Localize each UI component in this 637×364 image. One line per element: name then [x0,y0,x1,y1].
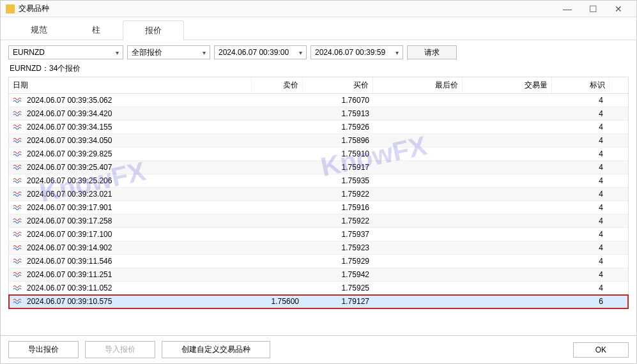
cell-buy: 1.76070 [303,94,373,107]
cell-buy: 1.75937 [303,228,373,241]
cell-sell [252,219,303,223]
table-row[interactable]: 2024.06.07 00:39:23.0211.759224 [9,188,628,201]
export-quotes-button[interactable]: 导出报价 [8,341,79,358]
cell-buy: 1.75923 [303,241,373,254]
table-row[interactable]: 2024.06.07 00:39:11.5461.759294 [9,255,628,268]
cell-vol [463,232,552,236]
cell-flag: 4 [552,201,610,214]
datetime-from[interactable]: 2024.06.07 00:39:00 ▾ [214,45,307,59]
cell-date: 2024.06.07 00:39:14.902 [27,243,112,252]
table-row[interactable]: 2024.06.07 00:39:17.2581.759224 [9,215,628,228]
table-row[interactable]: 2024.06.07 00:39:35.0621.760704 [9,94,628,107]
table-row[interactable]: 2024.06.07 00:39:25.2061.759354 [9,174,628,188]
result-subtitle: EURNZD：34个报价 [10,63,627,74]
wave-icon [13,217,23,225]
cell-date: 2024.06.07 00:39:25.407 [27,163,112,172]
table-row[interactable]: 2024.06.07 00:39:29.8251.759104 [9,148,628,161]
cell-buy: 1.75935 [303,174,373,187]
quote-type-value: 全部报价 [132,47,162,58]
col-buy[interactable]: 买价 [303,77,373,93]
cell-date: 2024.06.07 00:39:23.021 [27,190,112,199]
cell-vol [463,98,552,102]
table-row[interactable]: 2024.06.07 00:39:34.4201.759134 [9,107,628,121]
col-last[interactable]: 最后价 [373,77,463,93]
cell-last [373,98,463,102]
ok-button[interactable]: OK [573,342,629,358]
footer-bar: 导出报价 导入报价 创建自定义交易品种 OK [1,335,636,363]
cell-vol [463,179,552,183]
cell-last [373,206,463,209]
cell-date: 2024.06.07 00:39:10.575 [27,297,112,306]
cell-sell [252,192,303,196]
cell-buy: 1.75917 [303,161,373,174]
cell-flag: 4 [552,215,610,227]
cell-sell [252,246,303,250]
cell-date: 2024.06.07 00:39:17.258 [27,216,112,225]
wave-icon [13,110,23,118]
cell-date: 2024.06.07 00:39:25.206 [27,176,112,185]
cell-last [373,152,463,156]
cell-flag: 4 [552,148,610,160]
cell-vol [463,273,552,277]
cell-sell [252,112,303,116]
tab-bar-tab[interactable]: 柱 [70,20,123,40]
cell-vol [463,219,552,223]
cell-flag: 4 [552,228,610,241]
cell-date: 2024.06.07 00:39:34.050 [27,136,112,145]
col-sell[interactable]: 卖价 [252,77,303,93]
close-button[interactable]: ✕ [606,4,631,14]
cell-date: 2024.06.07 00:39:17.901 [27,203,112,212]
quote-type-select[interactable]: 全部报价 ▾ [127,45,210,59]
cell-vol [463,286,552,290]
cell-last [373,219,463,223]
wave-icon [13,244,23,252]
datetime-to[interactable]: 2024.06.07 00:39:59 ▾ [311,45,403,59]
table-row[interactable]: 2024.06.07 00:39:10.5751.756001.791276 [9,295,628,308]
wave-icon [13,137,23,144]
cell-date: 2024.06.07 00:39:11.251 [27,270,112,279]
chevron-down-icon: ▾ [203,49,206,56]
cell-vol [463,246,552,250]
request-button[interactable]: 请求 [407,45,457,59]
col-vol[interactable]: 交易量 [463,77,552,93]
cell-date: 2024.06.07 00:39:29.825 [27,149,112,158]
table-row[interactable]: 2024.06.07 00:39:25.4071.759174 [9,161,628,174]
cell-vol [463,165,552,169]
minimize-button[interactable]: — [555,4,580,14]
cell-flag: 4 [552,174,610,187]
table-row[interactable]: 2024.06.07 00:39:14.9021.759234 [9,241,628,255]
tab-bar: 规范 柱 报价 [1,17,636,40]
cell-sell [252,286,303,290]
col-flag[interactable]: 标识 [552,77,610,93]
cell-buy: 1.75913 [303,107,373,120]
table-row[interactable]: 2024.06.07 00:39:11.0521.759254 [9,282,628,295]
symbol-select[interactable]: EURNZD ▾ [8,45,123,59]
tab-quote[interactable]: 报价 [123,20,184,40]
table-row[interactable]: 2024.06.07 00:39:17.1001.759374 [9,228,628,241]
create-custom-symbol-button[interactable]: 创建自定义交易品种 [162,341,270,358]
wave-icon [13,123,23,131]
table-row[interactable]: 2024.06.07 00:39:17.9011.759164 [9,201,628,215]
cell-date: 2024.06.07 00:39:34.420 [27,109,112,118]
table-row[interactable]: 2024.06.07 00:39:34.0501.758964 [9,134,628,148]
cell-sell [252,179,303,183]
maximize-button[interactable]: ☐ [580,4,606,14]
cell-buy: 1.75929 [303,255,373,268]
cell-sell [252,125,303,129]
cell-flag: 4 [552,241,610,254]
cell-sell [252,139,303,142]
cell-vol [463,112,552,116]
table-row[interactable]: 2024.06.07 00:39:34.1551.759264 [9,121,628,134]
cell-last [373,246,463,250]
col-date[interactable]: 日期 [9,77,252,93]
cell-vol [463,259,552,263]
wave-icon [13,284,23,292]
cell-sell [252,206,303,209]
cell-date: 2024.06.07 00:39:11.546 [27,257,112,266]
cell-vol [463,139,552,142]
cell-flag: 4 [552,161,610,174]
datetime-to-value: 2024.06.07 00:39:59 [315,48,385,57]
tab-spec[interactable]: 规范 [8,20,70,40]
table-row[interactable]: 2024.06.07 00:39:11.2511.759424 [9,268,628,282]
chevron-down-icon: ▾ [299,49,302,56]
